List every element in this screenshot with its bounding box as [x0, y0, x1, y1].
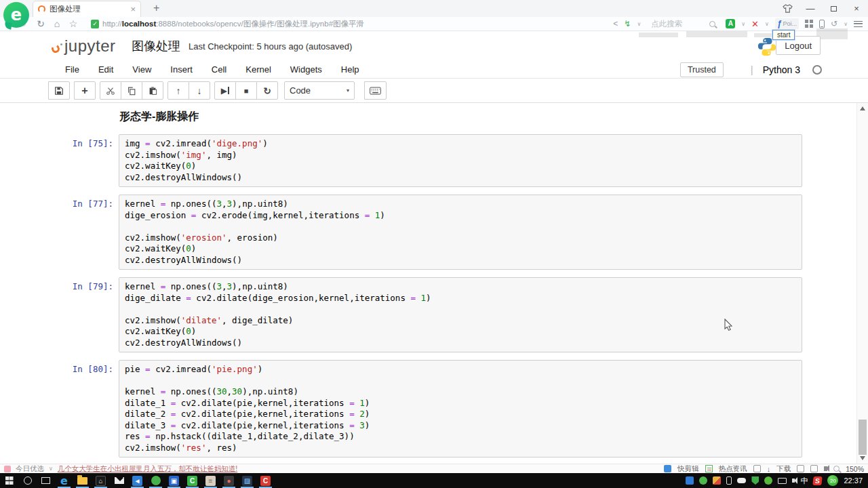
tray-blue-app-icon[interactable]	[686, 476, 694, 485]
cell-input[interactable]: img = cv2.imread('dige.png')cv2.imshow('…	[119, 134, 802, 187]
markdown-heading[interactable]: 形态学-膨胀操作	[119, 110, 856, 124]
speed-boost-icon[interactable]: ↯	[624, 19, 631, 28]
taskbar-app-red-c[interactable]: C	[256, 473, 275, 488]
taskbar-file-explorer[interactable]	[73, 473, 92, 488]
collapse-caret-icon[interactable]: ∨	[49, 466, 53, 472]
code-cell[interactable]: In [79]:kernel = np.ones((3,3),np.uint8)…	[61, 277, 802, 352]
chevron-down-icon[interactable]: ∨	[844, 21, 848, 27]
paste-cell-button[interactable]	[142, 81, 163, 100]
taskbar-edge[interactable]: e	[55, 473, 73, 488]
download-label[interactable]: 下载	[776, 464, 791, 474]
cell-type-select[interactable]: Code ▾	[284, 81, 355, 100]
taskbar-app-green-circle[interactable]	[146, 473, 165, 488]
menu-item-help[interactable]: Help	[332, 62, 369, 77]
feedback-icon[interactable]	[797, 465, 804, 472]
quick-clip-label[interactable]: 快剪辑	[677, 464, 699, 474]
taskbar-app-blue-bird[interactable]: ◄	[128, 473, 146, 488]
sogou-input-icon[interactable]: S	[813, 476, 823, 485]
tray-phone-icon[interactable]	[726, 476, 732, 485]
taskbar-mail[interactable]	[110, 473, 128, 488]
new-tab-button[interactable]: +	[148, 1, 165, 17]
code-cell[interactable]: In [77]:kernel = np.ones((3,3),np.uint8)…	[61, 195, 802, 270]
cut-cell-button[interactable]	[100, 81, 121, 100]
minimize-button[interactable]: —	[799, 0, 822, 17]
taskbar-app-dark[interactable]: ●	[220, 473, 238, 488]
search-box[interactable]: 点此搜索	[651, 19, 715, 29]
chevron-down-icon[interactable]: ∨	[741, 21, 745, 27]
chevron-down-icon[interactable]: ∨	[637, 21, 641, 27]
skin-theme-icon[interactable]	[776, 0, 799, 17]
cell-input[interactable]: kernel = np.ones((3,3),np.uint8)dige_ero…	[119, 195, 802, 270]
news-link[interactable]: 几个女大学生在小出租屋里月入五万，却不敢让爸妈知道!	[58, 464, 237, 474]
task-view-button[interactable]	[37, 473, 55, 488]
menu-hamburger-icon[interactable]	[854, 21, 863, 27]
menu-item-kernel[interactable]: Kernel	[236, 62, 281, 77]
taskbar-clock[interactable]: 22:37	[844, 476, 863, 485]
trusted-button[interactable]: Trusted	[680, 62, 724, 77]
chevron-down-icon[interactable]: ∨	[765, 21, 769, 27]
pdf-extension-icon[interactable]: ƒPoi...	[775, 18, 799, 29]
tool-icon[interactable]	[753, 465, 761, 472]
maximize-button[interactable]	[822, 0, 845, 17]
restart-kernel-button[interactable]: ↻	[256, 81, 278, 100]
taskbar-app-blue-tile[interactable]: ▣	[165, 473, 183, 488]
restore-session-icon[interactable]: ↺	[831, 19, 837, 28]
menu-item-insert[interactable]: Insert	[161, 62, 202, 77]
browser-tab[interactable]: 图像处理 ×	[33, 1, 141, 17]
menu-item-edit[interactable]: Edit	[89, 62, 123, 77]
browser-logo-icon[interactable]: e	[3, 2, 29, 28]
save-button[interactable]	[48, 81, 70, 100]
tray-green-app-icon[interactable]	[699, 476, 707, 485]
menu-item-widgets[interactable]: Widgets	[281, 62, 332, 77]
menu-item-cell[interactable]: Cell	[202, 62, 236, 77]
hot-news-label[interactable]: 热点资讯	[719, 464, 747, 474]
scroll-down-arrow-icon[interactable]	[860, 456, 865, 460]
download-arrow-icon[interactable]: ↓	[767, 465, 771, 473]
window-split-icon[interactable]	[810, 465, 818, 472]
quick-clip-extension-icon[interactable]: ✕	[751, 19, 759, 29]
taskbar-app-green-c[interactable]: C	[183, 473, 201, 488]
notebook-title[interactable]: 图像处理	[132, 38, 180, 54]
command-palette-button[interactable]	[364, 81, 387, 100]
tray-antivirus-icon[interactable]	[764, 476, 772, 485]
bookmark-star-icon[interactable]: ☆	[65, 18, 81, 29]
tab-close-icon[interactable]: ×	[130, 5, 136, 14]
code-cell[interactable]: In [75]:img = cv2.imread('dige.png')cv2.…	[61, 134, 802, 187]
taskbar-app-media[interactable]: ▨	[238, 473, 256, 488]
interrupt-kernel-button[interactable]: ■	[235, 81, 257, 100]
today-pick-label[interactable]: 今日优选	[16, 464, 44, 474]
mute-speaker-icon[interactable]	[824, 466, 827, 471]
tray-shield-icon[interactable]	[751, 476, 759, 485]
menu-item-view[interactable]: View	[123, 62, 161, 77]
add-cell-button[interactable]: +	[74, 81, 96, 100]
tray-display-icon[interactable]	[778, 478, 787, 484]
scrollbar[interactable]	[856, 103, 868, 464]
move-cell-up-button[interactable]: ↑	[167, 81, 189, 100]
accelerator-ball[interactable]: 20	[827, 475, 838, 486]
copy-cell-button[interactable]	[121, 81, 142, 100]
scroll-up-arrow-icon[interactable]	[860, 106, 865, 110]
run-cell-button[interactable]: ▶	[214, 81, 236, 100]
cell-input[interactable]: kernel = np.ones((3,3),np.uint8)dige_dil…	[119, 277, 802, 352]
apps-grid-icon[interactable]	[805, 20, 813, 28]
translate-extension-icon[interactable]: A	[726, 19, 735, 28]
cell-input[interactable]: pie = cv2.imread('pie.png') kernel = np.…	[119, 360, 802, 458]
taskbar-app-files[interactable]: ≡	[201, 473, 220, 488]
mobile-sync-icon[interactable]	[819, 20, 825, 28]
ime-indicator[interactable]: 中	[800, 476, 808, 486]
zoom-level[interactable]: 150%	[846, 465, 864, 473]
tray-cloud-icon[interactable]	[737, 478, 746, 483]
menu-item-file[interactable]: File	[56, 62, 89, 77]
tray-volume-icon[interactable]	[792, 479, 795, 483]
url-field[interactable]: ✓ http://localhost:8888/notebooks/opencv…	[91, 19, 613, 29]
code-cell[interactable]: In [80]:pie = cv2.imread('pie.png') kern…	[61, 360, 802, 458]
refresh-icon[interactable]: ↻	[33, 18, 49, 29]
close-button[interactable]: ×	[845, 0, 868, 17]
jupyter-logo[interactable]: jupyter	[52, 37, 116, 56]
start-button[interactable]	[0, 473, 18, 488]
zoom-search-icon[interactable]	[833, 466, 840, 472]
tray-clip-app-icon[interactable]	[713, 476, 721, 485]
cortana-button[interactable]	[18, 473, 37, 488]
move-cell-down-button[interactable]: ↓	[189, 81, 210, 100]
home-icon[interactable]: ⌂	[49, 18, 65, 29]
